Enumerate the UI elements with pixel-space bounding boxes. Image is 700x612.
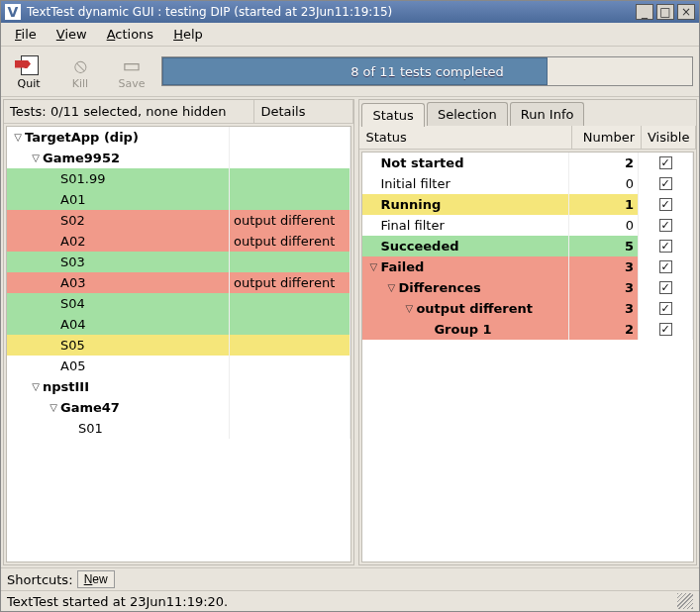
shortcuts-label: Shortcuts: <box>7 572 73 587</box>
save-label: Save <box>118 77 145 90</box>
status-text: TextTest started at 23Jun11:19:20. <box>7 594 228 609</box>
status-row[interactable]: Not started2✓ <box>362 153 693 173</box>
row-detail: output different <box>230 231 350 252</box>
col-visible[interactable]: Visible <box>642 126 696 149</box>
status-number: 5 <box>569 236 639 256</box>
row-detail: output different <box>230 210 350 231</box>
kill-button[interactable]: ⦸ Kill <box>58 51 102 92</box>
status-name: Failed <box>380 259 424 274</box>
status-row[interactable]: ▽output different3✓ <box>362 298 693 319</box>
visible-checkbox[interactable]: ✓ <box>659 198 672 211</box>
menu-help[interactable]: Help <box>165 25 211 44</box>
maximize-button[interactable]: □ <box>656 4 674 20</box>
status-name: Group 1 <box>434 322 491 337</box>
status-row[interactable]: Running1✓ <box>362 194 693 215</box>
tree-row[interactable]: A05 <box>7 356 350 376</box>
tree-row[interactable]: ▽TargetApp (dip) <box>7 127 350 148</box>
left-header: Tests: 0/11 selected, none hidden Detail… <box>4 100 353 124</box>
tree-row[interactable]: S02output different <box>7 210 350 231</box>
tree-row[interactable]: S05 <box>7 335 350 356</box>
tree-row[interactable]: A03output different <box>7 272 350 293</box>
col-number[interactable]: Number <box>572 126 642 149</box>
app-icon: V <box>5 4 21 20</box>
status-row[interactable]: ▽Differences3✓ <box>362 277 693 298</box>
visible-checkbox[interactable]: ✓ <box>659 323 672 336</box>
visible-cell: ✓ <box>639 173 693 194</box>
status-name: output different <box>416 301 533 316</box>
left-panel: Tests: 0/11 selected, none hidden Detail… <box>3 99 354 565</box>
visible-cell: ✓ <box>639 277 693 298</box>
resize-grip[interactable] <box>677 593 693 609</box>
visible-checkbox[interactable]: ✓ <box>659 156 672 169</box>
tab-runinfo[interactable]: Run Info <box>510 102 585 126</box>
visible-checkbox[interactable]: ✓ <box>659 281 672 294</box>
tests-tree[interactable]: ▽TargetApp (dip)▽Game9952S01.99A01S02out… <box>6 126 351 562</box>
expander-icon[interactable]: ▽ <box>29 381 43 392</box>
tree-row[interactable]: ▽Game47 <box>7 397 350 418</box>
expander-icon[interactable]: ▽ <box>402 303 416 314</box>
progress-bar: 8 of 11 tests completed <box>161 56 693 86</box>
visible-checkbox[interactable]: ✓ <box>659 240 672 253</box>
expander-icon[interactable]: ▽ <box>366 261 380 272</box>
tree-row[interactable]: A04 <box>7 314 350 335</box>
save-button[interactable]: ▭ Save <box>110 51 153 92</box>
tree-row[interactable]: ▽npstIII <box>7 376 350 397</box>
menu-view[interactable]: View <box>49 25 95 44</box>
row-name: A02 <box>60 234 85 249</box>
status-name: Not started <box>380 155 463 170</box>
visible-cell: ✓ <box>639 215 693 236</box>
status-name: Running <box>380 197 441 212</box>
tree-row[interactable]: ▽Game9952 <box>7 148 350 168</box>
kill-icon: ⦸ <box>66 53 94 77</box>
row-name: npstIII <box>43 379 89 394</box>
row-name: TargetApp (dip) <box>25 130 139 145</box>
progress-text: 8 of 11 tests completed <box>162 57 692 85</box>
status-header: Status Number Visible <box>359 126 696 150</box>
status-row[interactable]: Succeeded5✓ <box>362 236 693 256</box>
shortcuts-bar: Shortcuts: New <box>1 567 699 590</box>
quit-button[interactable]: Quit <box>7 51 50 92</box>
status-number: 2 <box>569 153 639 173</box>
status-row[interactable]: ▽Failed3✓ <box>362 256 693 277</box>
tree-row[interactable]: A02output different <box>7 231 350 252</box>
expander-icon[interactable]: ▽ <box>29 153 43 163</box>
row-name: S01.99 <box>60 171 105 186</box>
tab-status[interactable]: Status <box>361 103 424 127</box>
tree-row[interactable]: S04 <box>7 293 350 314</box>
new-shortcut-button[interactable]: New <box>77 570 115 588</box>
right-panel: Status Selection Run Info Status Number … <box>358 99 697 565</box>
visible-cell: ✓ <box>639 298 693 319</box>
visible-checkbox[interactable]: ✓ <box>659 219 672 232</box>
status-number: 2 <box>569 319 639 340</box>
row-name: S05 <box>60 338 85 353</box>
expander-icon[interactable]: ▽ <box>384 282 398 293</box>
tab-selection[interactable]: Selection <box>427 102 508 126</box>
save-icon: ▭ <box>118 53 146 77</box>
tree-row[interactable]: S01.99 <box>7 168 350 189</box>
row-detail: output different <box>230 272 350 293</box>
tree-row[interactable]: A01 <box>7 189 350 210</box>
col-status[interactable]: Status <box>359 126 572 149</box>
tree-row[interactable]: S01 <box>7 418 350 439</box>
status-tree[interactable]: Not started2✓Initial filter0✓Running1✓Fi… <box>361 152 694 562</box>
titlebar[interactable]: V TextTest dynamic GUI : testing DIP (st… <box>1 1 699 23</box>
status-row[interactable]: Group 12✓ <box>362 319 693 340</box>
expander-icon[interactable]: ▽ <box>47 402 60 413</box>
close-button[interactable]: × <box>677 4 695 20</box>
menu-file[interactable]: File <box>7 25 45 44</box>
visible-checkbox[interactable]: ✓ <box>659 302 672 315</box>
visible-checkbox[interactable]: ✓ <box>659 177 672 190</box>
row-detail <box>230 293 350 314</box>
details-header[interactable]: Details <box>254 100 353 123</box>
visible-checkbox[interactable]: ✓ <box>659 260 672 273</box>
tree-row[interactable]: S03 <box>7 252 350 272</box>
status-row[interactable]: Final filter0✓ <box>362 215 693 236</box>
status-row[interactable]: Initial filter0✓ <box>362 173 693 194</box>
minimize-button[interactable]: _ <box>636 4 653 20</box>
row-name: S04 <box>60 296 85 311</box>
tests-summary[interactable]: Tests: 0/11 selected, none hidden <box>4 100 254 123</box>
menubar: File View Actions Help <box>1 23 699 47</box>
expander-icon[interactable]: ▽ <box>11 132 25 143</box>
status-number: 1 <box>569 194 639 215</box>
menu-actions[interactable]: Actions <box>99 25 162 44</box>
